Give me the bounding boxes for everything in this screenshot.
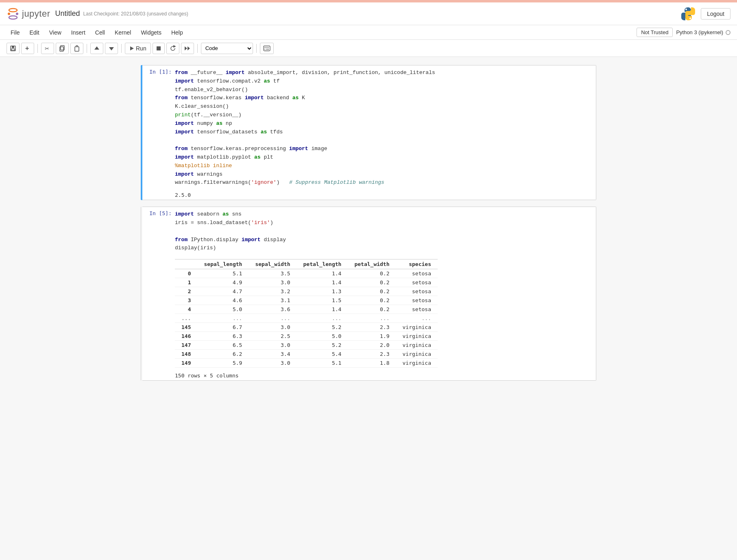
table-cell: 4 <box>175 305 197 314</box>
table-cell: 1.4 <box>297 278 348 287</box>
notebook-area: In [1]: from __future__ import absolute_… <box>124 57 613 395</box>
table-cell: 5.2 <box>297 323 348 332</box>
fast-forward-button[interactable] <box>181 43 194 54</box>
table-cell: 5.1 <box>297 359 348 368</box>
not-trusted-button[interactable]: Not Trusted <box>637 28 673 37</box>
table-row: 1466.32.55.01.9virginica <box>175 332 438 341</box>
table-cell: virginica <box>396 359 438 368</box>
stop-button[interactable] <box>153 43 165 54</box>
table-cell: 0.2 <box>348 278 396 287</box>
paste-button[interactable] <box>70 43 83 54</box>
paste-icon <box>74 45 80 52</box>
svg-text:✂: ✂ <box>45 46 49 52</box>
cell-1-prompt: In [1]: <box>142 65 175 190</box>
move-up-button[interactable] <box>90 43 103 54</box>
menu-file[interactable]: File <box>7 28 24 37</box>
menu-insert[interactable]: Insert <box>67 28 89 37</box>
restart-button[interactable] <box>166 43 179 54</box>
cell-2-prompt: In [5]: <box>142 207 175 256</box>
table-cell: 149 <box>175 359 197 368</box>
table-cell: 5.4 <box>297 350 348 359</box>
cut-icon: ✂ <box>44 45 51 52</box>
menu-edit[interactable]: Edit <box>26 28 44 37</box>
table-cell: 0.2 <box>348 305 396 314</box>
cell-1-inner: In [1]: from __future__ import absolute_… <box>142 65 596 200</box>
jupyter-logo: jupyter <box>7 7 50 20</box>
checkpoint-info: Last Checkpoint: 2021/08/03 (unsaved cha… <box>83 11 188 17</box>
toolbar-separator-4 <box>197 44 198 53</box>
jupyter-icon <box>7 7 20 20</box>
cell-2-inner: In [5]: import seaborn as sns iris = sns… <box>142 207 596 381</box>
cell-1-content[interactable]: from __future__ import absolute_import, … <box>175 65 596 190</box>
table-cell: 2.5 <box>249 332 297 341</box>
table-cell: ... <box>175 314 197 323</box>
col-header-index <box>175 259 197 269</box>
menu-view[interactable]: View <box>45 28 65 37</box>
table-cell: ... <box>396 314 438 323</box>
save-icon <box>10 45 16 52</box>
table-row: 1495.93.05.11.8virginica <box>175 359 438 368</box>
table-cell: 148 <box>175 350 197 359</box>
table-cell: 147 <box>175 341 197 350</box>
table-cell: 5.1 <box>197 269 249 278</box>
col-header-sepal-width: sepal_width <box>249 259 297 269</box>
table-cell: 1.8 <box>348 359 396 368</box>
menu-kernel[interactable]: Kernel <box>111 28 135 37</box>
table-row: 05.13.51.40.2setosa <box>175 269 438 278</box>
svg-point-3 <box>16 13 18 15</box>
table-row: 45.03.61.40.2setosa <box>175 305 438 314</box>
col-header-petal-width: petal_width <box>348 259 396 269</box>
svg-rect-11 <box>75 47 79 51</box>
svg-point-0 <box>9 9 17 12</box>
svg-point-2 <box>8 13 10 15</box>
table-cell: ... <box>197 314 249 323</box>
notebook-title[interactable]: Untitled <box>55 9 80 18</box>
keyboard-shortcut-button[interactable] <box>260 43 274 54</box>
table-cell: 0.2 <box>348 287 396 296</box>
table-cell: 6.5 <box>197 341 249 350</box>
menu-widgets[interactable]: Widgets <box>137 28 166 37</box>
table-cell: 1 <box>175 278 197 287</box>
restart-icon <box>170 45 176 52</box>
fast-forward-icon <box>184 45 191 52</box>
table-cell: 4.7 <box>197 287 249 296</box>
col-header-species: species <box>396 259 438 269</box>
menu-cell[interactable]: Cell <box>91 28 109 37</box>
table-cell: 2.3 <box>348 350 396 359</box>
svg-point-1 <box>9 16 17 19</box>
add-cell-button[interactable]: + <box>21 43 34 54</box>
cell-2-code: import seaborn as sns iris = sns.load_da… <box>175 210 593 253</box>
toolbar-separator-3 <box>121 44 122 53</box>
svg-rect-19 <box>264 46 270 51</box>
move-down-button[interactable] <box>105 43 118 54</box>
toolbar-separator-2 <box>87 44 87 53</box>
cell-2-content[interactable]: import seaborn as sns iris = sns.load_da… <box>175 207 596 256</box>
logout-button[interactable]: Logout <box>701 8 730 20</box>
copy-button[interactable] <box>56 43 69 54</box>
jupyter-label: jupyter <box>22 9 50 19</box>
keyboard-icon <box>263 46 270 51</box>
run-button[interactable]: Run <box>125 43 151 54</box>
cut-button[interactable]: ✂ <box>41 43 54 54</box>
cell-1: In [1]: from __future__ import absolute_… <box>141 65 596 200</box>
kernel-status-circle <box>726 30 730 35</box>
kernel-info: Python 3 (ipykernel) <box>676 29 730 35</box>
table-cell: 5.2 <box>297 341 348 350</box>
table-row: 34.63.11.50.2setosa <box>175 296 438 305</box>
table-cell: 3.0 <box>249 323 297 332</box>
table-cell: setosa <box>396 287 438 296</box>
menu-help[interactable]: Help <box>167 28 187 37</box>
copy-icon <box>59 45 65 52</box>
table-cell: 146 <box>175 332 197 341</box>
col-header-petal-length: petal_length <box>297 259 348 269</box>
save-button[interactable] <box>7 43 20 54</box>
table-row: 1476.53.05.22.0virginica <box>175 341 438 350</box>
table-cell: virginica <box>396 323 438 332</box>
table-cell: 1.9 <box>348 332 396 341</box>
cell-type-select[interactable]: Code Markdown Raw NBConvert <box>201 43 253 54</box>
cell-2: In [5]: import seaborn as sns iris = sns… <box>141 207 596 381</box>
cell-1-wrapper: In [1]: from __future__ import absolute_… <box>141 65 596 200</box>
table-cell: 3.0 <box>249 341 297 350</box>
stop-icon <box>156 46 161 51</box>
table-cell: 3.4 <box>249 350 297 359</box>
